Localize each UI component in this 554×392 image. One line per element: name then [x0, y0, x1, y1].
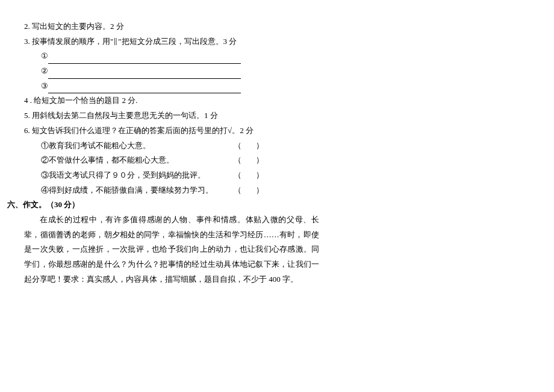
- q6-option-2-bracket[interactable]: （）: [234, 153, 278, 168]
- q6-option-2-text: ②不管做什么事情，都不能粗心大意。: [41, 153, 234, 168]
- q6-option-3: ③我语文考试只得了９０分，受到妈妈的批评。 （）: [24, 168, 319, 183]
- question-4: 4 . 给短文加一个恰当的题目 2 分.: [24, 93, 319, 108]
- question-6: 6. 短文告诉我们什么道理？在正确的答案后面的括号里的打√。2 分: [24, 123, 319, 138]
- q3-blank-3: ③: [24, 79, 319, 94]
- q6-option-4-text: ④得到好成绩，不能骄傲自满，要继续努力学习。: [41, 183, 234, 198]
- q6-option-4: ④得到好成绩，不能骄傲自满，要继续努力学习。 （）: [24, 183, 319, 198]
- circled-2: ②: [41, 66, 48, 75]
- q6-option-1-text: ①教育我们考试不能粗心大意。: [41, 138, 234, 154]
- q3-blank-1: ①: [24, 49, 319, 64]
- question-2: 2. 写出短文的主要内容。2 分: [24, 19, 319, 34]
- circled-1: ①: [41, 51, 48, 60]
- q6-option-2: ②不管做什么事情，都不能粗心大意。 （）: [24, 153, 319, 168]
- document-content: 2. 写出短文的主要内容。2 分 3. 按事情发展的顺序，用"‖"把短文分成三段…: [24, 19, 319, 287]
- q6-option-1-bracket[interactable]: （）: [234, 138, 278, 154]
- q3-blank-2: ②: [24, 64, 319, 79]
- blank-line-2[interactable]: [48, 71, 241, 79]
- q6-option-3-bracket[interactable]: （）: [234, 168, 278, 183]
- section-6-body: 在成长的过程中，有许多值得感谢的人物、事件和情感。体贴入微的父母、长辈，循循善诱…: [24, 213, 319, 287]
- blank-line-1[interactable]: [48, 56, 241, 64]
- circled-3: ③: [41, 81, 48, 90]
- question-3: 3. 按事情发展的顺序，用"‖"把短文分成三段，写出段意。3 分: [24, 34, 319, 49]
- q6-option-4-bracket[interactable]: （）: [234, 183, 278, 198]
- section-6-header: 六、作文。（30 分）: [7, 198, 319, 213]
- q6-option-3-text: ③我语文考试只得了９０分，受到妈妈的批评。: [41, 168, 234, 183]
- blank-line-3[interactable]: [48, 86, 241, 93]
- q6-option-1: ①教育我们考试不能粗心大意。 （）: [24, 138, 319, 154]
- question-5: 5. 用斜线划去第二自然段与主要意思无关的一句话。1 分: [24, 108, 319, 123]
